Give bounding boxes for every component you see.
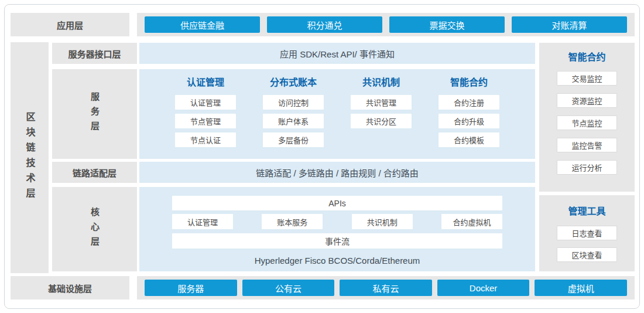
service-node: 共识分区: [351, 114, 412, 128]
tools-panel: 管理工具 日志查看 区块查看: [539, 195, 635, 271]
infra-node-public-cloud: 公有云: [242, 280, 335, 296]
tools-node: 日志查看: [557, 226, 617, 240]
service-column-title: 认证管理: [187, 77, 224, 89]
core-modules-row: 认证管理 账本服务 共识机制 合约虚拟机: [172, 214, 502, 229]
architecture-diagram: 应用层 供应链金融 积分通兑 票据交换 对账清算 区块链技术层 服务器接口层 应…: [0, 0, 644, 313]
apis-bar: APIs: [172, 196, 502, 210]
core-layer-area: APIs 认证管理 账本服务 共识机制 合约虚拟机 事件流 Hyperledge…: [139, 187, 535, 271]
tools-node: 区块查看: [557, 247, 617, 262]
monitor-node: 交易监控: [557, 71, 617, 86]
service-layer-label-box: 服务层: [52, 69, 137, 159]
service-node: 合约升级: [439, 114, 499, 128]
service-column-smart-contract: 智能合约 合约注册 合约升级 合约模板: [425, 77, 513, 159]
monitor-panel: 智能合约 交易监控 资源监控 节点监控 监控告警 运行分析: [539, 43, 635, 192]
infra-layer-label-box: 基础设施层: [11, 276, 129, 300]
core-layer-label: 核心层: [88, 207, 101, 251]
service-node: 账户体系: [263, 114, 324, 128]
infra-node-private-cloud: 私有云: [340, 280, 432, 296]
service-column-consensus: 共识机制 共识管理 共识分区: [337, 77, 425, 159]
infra-layer-label: 基础设施层: [48, 282, 92, 294]
service-column-ledger: 分布式账本 访问控制 账户体系 多层备份: [249, 77, 337, 159]
blockchain-tech-layer-label: 区块链技术层: [23, 112, 37, 203]
service-layer-label: 服务层: [88, 92, 101, 136]
tools-panel-title: 管理工具: [568, 206, 605, 217]
app-layer-label-box: 应用层: [11, 13, 129, 36]
link-layer-content-strip: 链路适配 / 多链路由 / 路由规则 / 合约路由: [139, 162, 535, 183]
service-layer-area: 认证管理 认证管理 节点管理 节点认证 分布式账本 访问控制 账户体系 多层备份…: [139, 69, 535, 159]
service-node: 节点管理: [175, 114, 236, 128]
monitor-node: 运行分析: [557, 160, 617, 175]
link-layer-label-box: 链路适配层: [52, 162, 137, 183]
service-column-auth: 认证管理 认证管理 节点管理 节点认证: [162, 77, 249, 159]
infra-node-server: 服务器: [145, 280, 237, 296]
core-node: 账本服务: [262, 214, 323, 229]
platforms-text: Hyperledger Fisco BCOS/Corda/Ethereum: [172, 256, 502, 266]
event-stream-bar: 事件流: [172, 233, 502, 249]
app-layer-button-strip: 供应链金融 积分通兑 票据交换 对账清算: [137, 13, 635, 36]
app-node-bill-exchange: 票据交换: [389, 16, 505, 33]
service-node: 合约模板: [439, 132, 499, 147]
app-node-supply-chain-finance: 供应链金融: [145, 16, 260, 33]
service-node: 合约注册: [439, 95, 499, 110]
core-node: 认证管理: [172, 214, 233, 229]
core-node: 合约虚拟机: [441, 214, 502, 229]
infra-node-vm: 虚拟机: [535, 280, 627, 296]
blockchain-tech-layer-rail: 区块链技术层: [11, 42, 49, 273]
monitor-node: 资源监控: [557, 93, 617, 108]
diagram-card: 应用层 供应链金融 积分通兑 票据交换 对账清算 区块链技术层 服务器接口层 应…: [4, 4, 640, 309]
service-node: 多层备份: [263, 132, 324, 147]
app-node-points-exchange: 积分通兑: [267, 16, 382, 33]
link-layer-label: 链路适配层: [73, 166, 117, 179]
monitor-node: 监控告警: [557, 138, 617, 152]
service-column-title: 智能合约: [450, 77, 488, 89]
service-column-title: 分布式账本: [270, 77, 317, 89]
core-node: 共识机制: [352, 214, 413, 229]
service-node: 节点认证: [175, 132, 236, 147]
interface-layer-label: 服务器接口层: [68, 47, 121, 60]
monitor-panel-title: 智能合约: [568, 52, 605, 63]
service-node: 访问控制: [263, 95, 324, 110]
service-node: 共识管理: [351, 95, 412, 110]
service-node: 认证管理: [175, 95, 236, 110]
sdk-api-text: 应用 SDK/Rest API/ 事件通知: [280, 47, 395, 60]
interface-layer-label-box: 服务器接口层: [52, 43, 137, 64]
infra-layer-button-strip: 服务器 公有云 私有云 Docker 虚拟机: [137, 276, 635, 300]
service-column-title: 共识机制: [362, 77, 400, 89]
app-node-reconciliation-clearing: 对账清算: [512, 16, 627, 33]
infra-node-docker: Docker: [437, 280, 530, 296]
monitor-node: 节点监控: [557, 115, 617, 130]
core-layer-label-box: 核心层: [52, 187, 137, 271]
link-routing-text: 链路适配 / 多链路由 / 路由规则 / 合约路由: [256, 166, 419, 179]
app-layer-label: 应用层: [57, 19, 83, 31]
interface-layer-content-strip: 应用 SDK/Rest API/ 事件通知: [139, 43, 535, 64]
